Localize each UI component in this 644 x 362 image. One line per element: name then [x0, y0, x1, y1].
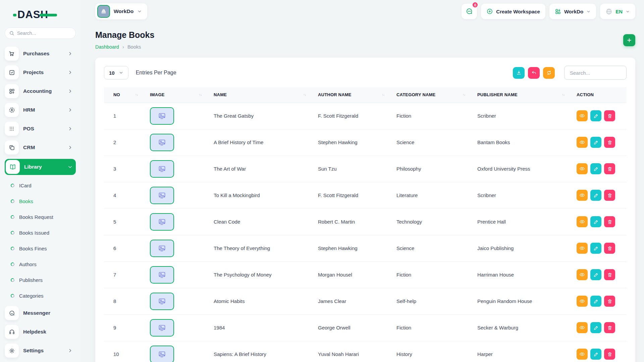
sidebar-item-pos[interactable]: POS: [5, 121, 76, 136]
edit-button[interactable]: [590, 190, 601, 201]
table-search-input[interactable]: [564, 66, 627, 80]
cell-name: Sapiens: A Brief History: [204, 341, 309, 362]
view-button[interactable]: [577, 296, 588, 307]
sidebar-item-hrm[interactable]: HRM: [5, 103, 76, 117]
cell-image: [141, 288, 204, 314]
edit-button[interactable]: [590, 243, 601, 254]
column-header-author[interactable]: AUTHOR NAME↑↓: [309, 87, 387, 103]
delete-button[interactable]: [604, 269, 615, 280]
cell-no: 4: [104, 182, 141, 208]
delete-button[interactable]: [604, 296, 615, 307]
add-book-button[interactable]: [623, 34, 635, 46]
sort-icon: ↑↓: [199, 93, 202, 97]
create-workspace-button[interactable]: Create Workspace: [481, 4, 545, 19]
sidebar-subitem-books-fines[interactable]: Books Fines: [5, 243, 76, 254]
sidebar-subitem-books[interactable]: Books: [5, 195, 76, 207]
view-button[interactable]: [577, 322, 588, 333]
workspace-dropdown[interactable]: WorkDo: [549, 4, 596, 19]
table-toolbar: 10 Entries Per Page: [104, 66, 627, 80]
column-header-publisher[interactable]: PUBLISHER NAME↑↓: [468, 87, 567, 103]
delete-button[interactable]: [604, 190, 615, 201]
cell-author: Yuval Noah Harari: [309, 341, 387, 362]
export-button[interactable]: [513, 67, 525, 79]
sidebar-subitem-authors[interactable]: Authors: [5, 258, 76, 270]
sidebar-item-helpdesk[interactable]: Helpdesk: [5, 324, 76, 339]
view-button[interactable]: [577, 243, 588, 254]
view-button[interactable]: [577, 349, 588, 360]
sidebar-item-crm[interactable]: CRM: [5, 140, 76, 155]
workspace-selector[interactable]: WorkDo: [95, 3, 147, 19]
view-button[interactable]: [577, 190, 588, 201]
view-button[interactable]: [577, 269, 588, 280]
edit-button[interactable]: [590, 296, 601, 307]
view-button[interactable]: [577, 216, 588, 227]
download-icon: [516, 70, 522, 75]
sidebar-item-purchases[interactable]: Purchases: [5, 46, 76, 61]
circle-bullet-icon: [10, 215, 15, 219]
column-header-no[interactable]: NO↑↓: [104, 87, 141, 103]
sidebar-item-accounting[interactable]: Accounting: [5, 84, 76, 99]
delete-button[interactable]: [604, 216, 615, 227]
book-image-placeholder: [150, 240, 174, 257]
image-icon: [158, 191, 166, 199]
entries-per-page-select[interactable]: 10: [104, 66, 128, 79]
delete-button[interactable]: [604, 137, 615, 148]
refresh-button[interactable]: [543, 67, 555, 79]
sidebar-item-projects[interactable]: Projects: [5, 65, 76, 80]
sidebar-item-messenger[interactable]: Messenger: [5, 306, 76, 320]
sidebar-subitem-icard[interactable]: ICard: [5, 180, 76, 191]
sidebar-item-settings[interactable]: Settings: [5, 343, 76, 358]
cell-name: The Theory of Everything: [204, 235, 309, 261]
reset-button[interactable]: [528, 67, 540, 79]
messages-button[interactable]: 0: [462, 4, 477, 19]
cell-no: 9: [104, 314, 141, 341]
delete-button[interactable]: [604, 322, 615, 333]
sidebar: DASH Purchases Projects Accountin: [0, 0, 80, 362]
edit-button[interactable]: [590, 269, 601, 280]
image-icon: [158, 112, 166, 120]
pencil-icon: [593, 272, 599, 278]
circle-bullet-icon: [10, 262, 15, 266]
eye-icon: [579, 219, 585, 225]
delete-button[interactable]: [604, 110, 615, 121]
edit-button[interactable]: [590, 322, 601, 333]
delete-button[interactable]: [604, 243, 615, 254]
cell-image: [141, 261, 204, 288]
cell-action: [567, 261, 627, 288]
breadcrumb-dashboard-link[interactable]: Dashboard: [95, 44, 119, 50]
sidebar-subitem-publishers[interactable]: Publishers: [5, 274, 76, 286]
chevron-right-icon: [68, 108, 72, 112]
edit-button[interactable]: [590, 349, 601, 360]
view-button[interactable]: [577, 137, 588, 148]
edit-button[interactable]: [590, 216, 601, 227]
cell-action: [567, 182, 627, 208]
edit-button[interactable]: [590, 137, 601, 148]
sidebar-search-input[interactable]: [17, 31, 71, 36]
language-dropdown[interactable]: EN: [600, 4, 635, 19]
sidebar-subitem-categories[interactable]: Categories: [5, 290, 76, 301]
sidebar-search: [5, 27, 76, 39]
app-logo[interactable]: DASH: [17, 9, 48, 21]
eye-icon: [579, 325, 585, 330]
column-header-image[interactable]: IMAGE↑↓: [141, 87, 204, 103]
delete-button[interactable]: [604, 349, 615, 360]
sort-icon: ↑↓: [562, 93, 565, 97]
edit-button[interactable]: [590, 110, 601, 121]
view-button[interactable]: [577, 163, 588, 174]
pencil-icon: [593, 325, 599, 330]
view-button[interactable]: [577, 110, 588, 121]
sidebar-item-library[interactable]: Library: [5, 159, 76, 175]
table-row: 7 The Psychology of Money Morgan Housel …: [104, 261, 627, 288]
edit-button[interactable]: [590, 163, 601, 174]
trash-icon: [607, 246, 612, 251]
topbar-actions: 0 Create Workspace WorkDo EN: [462, 4, 635, 19]
trash-icon: [607, 325, 612, 330]
column-header-category[interactable]: CATEGORY NAME↑↓: [387, 87, 468, 103]
sidebar-subitem-books-issued[interactable]: Books Issued: [5, 227, 76, 238]
sidebar-subitem-books-request[interactable]: Books Request: [5, 211, 76, 223]
cell-publisher: Prentice Hall: [468, 208, 567, 235]
column-header-name[interactable]: NAME↑↓: [204, 87, 309, 103]
image-icon: [158, 244, 166, 252]
delete-button[interactable]: [604, 163, 615, 174]
circle-bullet-icon: [10, 231, 15, 235]
